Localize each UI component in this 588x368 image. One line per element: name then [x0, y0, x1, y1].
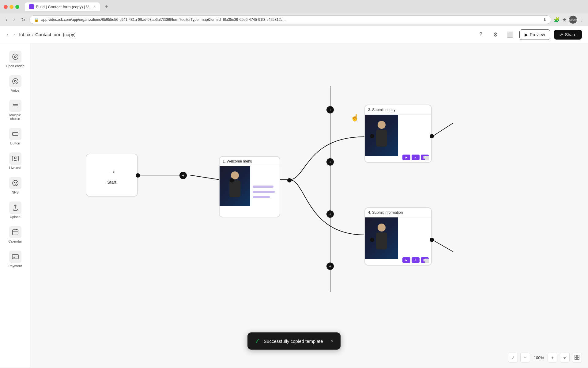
app-header: ← ← Inbox / Contact form (copy) ? ⚙ ⬜ ▶ …	[0, 26, 588, 43]
submit-inquiry-copy-icon[interactable]: ⬜	[424, 156, 429, 160]
action-pill-text: $	[412, 155, 420, 160]
canvas-area[interactable]: → Start + + + + + 1. Welcome menu	[31, 43, 588, 367]
sidebar-item-button[interactable]: Button	[3, 125, 28, 148]
submit-inquiry-output-dot[interactable]	[430, 134, 434, 138]
welcome-output-dot[interactable]	[287, 178, 292, 182]
svg-point-9	[14, 157, 16, 159]
toast-success-icon: ✓	[255, 337, 260, 345]
filter-button[interactable]	[560, 353, 570, 362]
reload-button[interactable]: ↻	[19, 16, 27, 23]
welcome-node-content	[220, 166, 280, 217]
start-label: Start	[107, 180, 116, 185]
filter-icon	[562, 355, 567, 361]
welcome-input-dot[interactable]	[230, 178, 234, 182]
submit-information-node[interactable]: 4. Submit information ▶ $ ⬜ ⬜	[364, 207, 432, 266]
add-step-mid-bottom-button[interactable]: +	[326, 210, 334, 218]
fit-view-button[interactable]: ⤢	[508, 353, 518, 362]
add-step-top-button[interactable]: +	[326, 106, 334, 113]
share-button[interactable]: ↗ Share	[554, 30, 582, 40]
incognito-button[interactable]: Incognito	[569, 16, 577, 24]
zoom-level: 100%	[533, 355, 545, 360]
svg-rect-31	[376, 232, 387, 249]
share-label: Share	[565, 32, 576, 37]
tab-close-button[interactable]: ×	[94, 5, 96, 9]
action-pill-video-2: ▶	[402, 257, 410, 263]
sidebar-item-upload[interactable]: Upload	[3, 199, 28, 221]
svg-rect-17	[12, 255, 18, 259]
svg-point-3	[14, 80, 16, 82]
inbox-link[interactable]: ← ← Inbox	[6, 32, 30, 37]
sidebar-item-voice[interactable]: Voice	[3, 73, 28, 95]
zoom-in-button[interactable]: +	[548, 353, 557, 362]
page-title: Contact form (copy)	[35, 32, 76, 37]
svg-line-21	[190, 175, 220, 180]
open-ended-label: Open ended	[6, 64, 24, 68]
add-step-1-button[interactable]: +	[179, 172, 187, 179]
play-icon: ▶	[525, 32, 528, 37]
svg-line-24	[432, 123, 453, 137]
zoom-out-button[interactable]: −	[520, 353, 530, 362]
live-call-label: Live call	[9, 166, 21, 170]
live-call-icon	[9, 152, 21, 165]
breadcrumb: ← ← Inbox / Contact form (copy)	[6, 32, 76, 37]
bookmark-icon[interactable]: ★	[562, 17, 567, 23]
gear-icon: ⚙	[493, 31, 498, 38]
help-button[interactable]: ?	[475, 29, 486, 40]
welcome-menu-node[interactable]: 1. Welcome menu	[219, 156, 280, 217]
calendar-label: Calendar	[8, 240, 22, 243]
toast-close-button[interactable]: ×	[330, 338, 333, 344]
browser-actions: 🧩 ★ Incognito ⋮	[554, 16, 584, 24]
submit-info-output-dot[interactable]	[430, 238, 434, 242]
traffic-light-yellow[interactable]	[9, 5, 13, 9]
toast-notification: ✓ Successfully copied template ×	[247, 332, 341, 350]
share-icon-button[interactable]: ⬜	[505, 29, 516, 40]
sidebar-item-payment[interactable]: Payment	[3, 248, 28, 270]
submit-inquiry-input-dot[interactable]	[370, 134, 374, 138]
sidebar-item-nps[interactable]: NPS	[3, 174, 28, 197]
forward-button[interactable]: ›	[11, 16, 17, 23]
share-arrow-icon: ↗	[560, 32, 563, 37]
sidebar-item-live-call[interactable]: Live call	[3, 150, 28, 172]
address-bar[interactable]: 🔒 app.videoask.com/app/organizations/8b9…	[29, 15, 551, 24]
menu-icon[interactable]: ⋮	[579, 17, 584, 23]
preview-button[interactable]: ▶ Preview	[519, 29, 550, 40]
grid-button[interactable]	[572, 353, 582, 362]
tab-favicon	[29, 4, 34, 9]
submit-inquiry-actions: ▶ $ ⬜	[400, 115, 431, 163]
add-step-bottom-button[interactable]: +	[326, 263, 334, 270]
multiple-choice-label: Multiple choice	[6, 113, 25, 121]
add-step-mid-top-button[interactable]: +	[326, 158, 334, 166]
svg-point-10	[13, 180, 18, 186]
submit-info-input-dot[interactable]	[370, 238, 374, 242]
svg-rect-7	[13, 132, 18, 136]
new-tab-button[interactable]: +	[102, 4, 111, 10]
bottom-toolbar: ⤢ − 100% +	[508, 353, 582, 362]
action-pill-video: ▶	[402, 155, 410, 160]
browser-tab[interactable]: Build | Contact form (copy) | V... ×	[25, 2, 100, 11]
browser-chrome: Build | Contact form (copy) | V... × + ‹…	[0, 0, 588, 26]
preview-label: Preview	[530, 32, 545, 37]
traffic-light-red[interactable]	[4, 5, 8, 9]
action-pill-text-2: $	[412, 257, 420, 263]
sidebar-item-open-ended[interactable]: Open ended	[3, 48, 28, 70]
settings-button[interactable]: ⚙	[490, 29, 501, 40]
grid-icon	[575, 355, 579, 361]
back-button[interactable]: ‹	[4, 16, 9, 23]
submit-inquiry-node[interactable]: 3. Submit inquiry ▶ $ ⬜ ⬜	[364, 105, 432, 163]
sidebar-item-calendar[interactable]: Calendar	[3, 224, 28, 246]
submit-information-video	[365, 217, 398, 259]
address-text: app.videoask.com/app/organizations/8b955…	[41, 17, 286, 22]
start-node[interactable]: → Start	[86, 154, 138, 197]
toast-message: Successfully copied template	[264, 339, 323, 344]
button-icon	[9, 128, 21, 140]
extensions-icon[interactable]: 🧩	[554, 17, 560, 23]
fit-icon: ⤢	[511, 355, 515, 360]
submit-information-copy-icon[interactable]: ⬜	[424, 259, 429, 263]
traffic-light-green[interactable]	[15, 5, 19, 9]
svg-rect-29	[376, 130, 387, 147]
sidebar-item-multiple-choice[interactable]: Multiple choice	[3, 97, 28, 123]
upload-icon	[9, 201, 21, 214]
browser-addressbar: ‹ › ↻ 🔒 app.videoask.com/app/organizatio…	[0, 13, 588, 26]
main-layout: Open ended Voice Multiple choice	[0, 43, 588, 367]
start-output-dot[interactable]	[136, 173, 140, 178]
